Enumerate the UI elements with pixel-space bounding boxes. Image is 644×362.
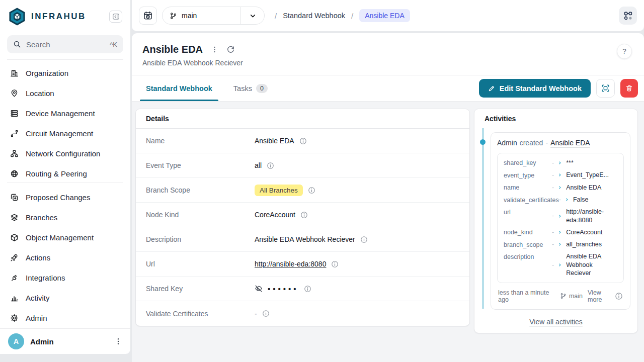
view-more-link[interactable]: View more: [588, 289, 610, 303]
breadcrumb-item-current[interactable]: Ansible EDA: [359, 9, 410, 22]
refresh-icon[interactable]: [226, 45, 235, 54]
detail-row-description: Description Ansible EDA Webhook Reciever: [136, 227, 469, 252]
layers-icon: [10, 213, 19, 222]
info-icon[interactable]: [360, 236, 368, 243]
sidebar-item-circuit-management[interactable]: Circuit Management: [5, 123, 125, 143]
timeline-line: [482, 128, 484, 309]
eye-off-icon[interactable]: [255, 285, 263, 293]
breadcrumb-separator: /: [351, 12, 353, 20]
main-area: main / Standard Webhook / Ansible EDA: [132, 0, 644, 362]
detail-row-event-type: Event Type all: [136, 153, 469, 178]
manage-groups-button[interactable]: [596, 79, 615, 98]
activity-action: created: [520, 139, 543, 147]
tabs-bar: Standard Webhook Tasks 0 Edit Standard W…: [132, 75, 644, 102]
tasks-count-badge: 0: [256, 84, 268, 93]
content-panel: Ansible EDA Ansible EDA Webhook Reciever: [132, 33, 644, 362]
sidebar-item-routing-peering[interactable]: Routing & Peering: [5, 163, 125, 183]
activity-property-row: validate_certificates - False: [504, 196, 617, 205]
copy-diff-icon: [10, 193, 19, 202]
activity-property-row: branch_scope - all_branches: [504, 240, 617, 249]
git-branch-icon: [170, 12, 177, 20]
sidebar-item-admin[interactable]: Admin: [5, 308, 125, 328]
sidebar-item-device-management[interactable]: Device Management: [5, 103, 125, 123]
detail-row-url: Url http://ansible-eda:8080: [136, 252, 469, 277]
sidebar-item-integrations[interactable]: Integrations: [5, 267, 125, 288]
activity-property-row: url - http://ansible-eda:8080: [504, 208, 617, 224]
activity-branch: main: [560, 293, 583, 300]
info-icon[interactable]: [267, 162, 274, 169]
plug-icon: [10, 274, 19, 282]
trash-icon: [625, 84, 633, 92]
info-icon[interactable]: [308, 187, 315, 194]
sidebar-item-branches[interactable]: Branches: [5, 207, 125, 227]
activity-property-row: description - Ansible EDA Webhook Reciev…: [504, 252, 617, 278]
search-input[interactable]: Search ^K: [7, 35, 123, 53]
help-button[interactable]: ?: [617, 44, 632, 59]
user-options-button[interactable]: [114, 337, 122, 345]
activity-property-row: shared_key - ***: [504, 158, 617, 167]
activities-title: Activities: [474, 109, 637, 128]
collapse-sidebar-button[interactable]: [109, 11, 122, 23]
sidebar-item-network-configuration[interactable]: Network Configuration: [5, 143, 125, 163]
edit-webhook-button[interactable]: Edit Standard Webhook: [479, 79, 591, 98]
page-title: Ansible EDA: [142, 44, 203, 55]
title-options-button[interactable]: [211, 46, 218, 53]
map-pin-icon: [10, 89, 19, 98]
topbar: main / Standard Webhook / Ansible EDA: [132, 0, 644, 31]
circuit-icon: [10, 129, 19, 138]
detail-row-name: Name Ansible EDA: [136, 129, 469, 153]
git-branch-icon: [560, 293, 567, 299]
chevron-right-icon: [557, 262, 562, 267]
breadcrumb-item-webhook[interactable]: Standard Webhook: [283, 12, 345, 20]
tab-tasks[interactable]: Tasks 0: [223, 75, 278, 101]
sidebar-item-organization[interactable]: Organization: [5, 63, 125, 83]
activity-actor: Admin: [497, 139, 517, 147]
activity-timeline: Admin created - Ansible EDA shared_key -: [474, 128, 637, 312]
sidebar-item-proposed-changes[interactable]: Proposed Changes: [5, 187, 125, 207]
bar-chart-icon: [10, 294, 19, 302]
activities-panel: Activities Admin created - Ansible EDA: [474, 109, 638, 333]
metadata-select-icon: [601, 84, 610, 93]
delete-button[interactable]: [620, 79, 638, 98]
info-icon[interactable]: [304, 285, 311, 293]
chevron-right-icon: [557, 214, 562, 219]
chevron-right-icon: [557, 230, 562, 235]
app-window: INFRAHUB Search ^K: [0, 0, 644, 362]
timeline-dot: [480, 139, 486, 145]
tab-standard-webhook[interactable]: Standard Webhook: [136, 75, 222, 101]
page-header: Ansible EDA Ansible EDA Webhook Reciever: [132, 33, 644, 75]
view-all-activities-link[interactable]: View all activities: [474, 318, 637, 326]
info-icon[interactable]: [300, 211, 308, 219]
sidebar-menu-primary: Organization Location: [0, 60, 130, 183]
webhook-url-link[interactable]: http://ansible-eda:8080: [255, 260, 326, 268]
time-travel-button[interactable]: [139, 7, 157, 25]
sidebar-item-actions[interactable]: Actions: [5, 247, 125, 267]
info-icon[interactable]: [262, 310, 270, 317]
activity-entry-footer: less than a minute ago main View more: [497, 283, 624, 304]
schema-workflow-button[interactable]: [619, 7, 637, 25]
breadcrumb-separator: /: [275, 12, 277, 20]
info-icon[interactable]: [331, 260, 339, 268]
cube-icon: [10, 233, 19, 242]
activity-properties: shared_key - *** event_type: [497, 153, 624, 283]
sidebar-item-object-management[interactable]: Object Management: [5, 227, 125, 247]
chevron-down-icon: [241, 12, 264, 20]
info-icon[interactable]: [615, 292, 623, 300]
sidebar-item-location[interactable]: Location: [5, 83, 125, 103]
activity-entry: Admin created - Ansible EDA shared_key -: [491, 132, 630, 310]
masked-shared-key: ••••••: [268, 285, 299, 293]
info-icon[interactable]: [299, 137, 307, 145]
chevron-right-icon: [565, 197, 570, 202]
gear-icon: [10, 314, 19, 322]
activity-property-row: node_kind - CoreAccount: [504, 228, 617, 237]
sidebar-item-activity[interactable]: Activity: [5, 288, 125, 308]
branch-selector[interactable]: main: [162, 7, 265, 25]
activity-entry-title: Admin created - Ansible EDA: [497, 139, 624, 147]
breadcrumb: / Standard Webhook / Ansible EDA: [273, 9, 410, 22]
chevron-right-icon: [557, 172, 562, 177]
branch-scope-badge: All Branches: [255, 185, 303, 196]
sitemap-icon: [10, 149, 19, 158]
sidebar: INFRAHUB Search ^K: [0, 0, 131, 354]
user-menu[interactable]: A Admin: [0, 328, 130, 354]
activity-object-link[interactable]: Ansible EDA: [550, 139, 590, 147]
